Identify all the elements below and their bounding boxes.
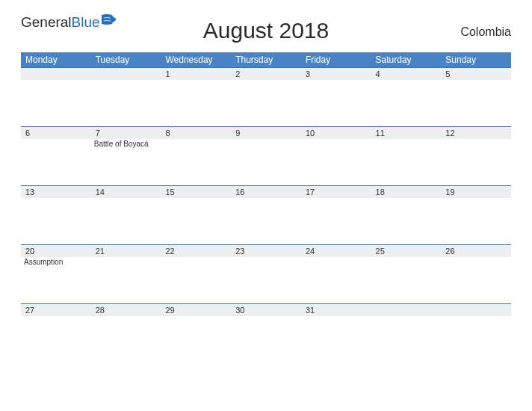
week-row: 12345 (21, 67, 511, 126)
day-cell (371, 139, 442, 185)
day-number: 14 (91, 186, 161, 198)
day-number: 19 (441, 186, 511, 198)
weekday-sat: Saturday (371, 52, 442, 67)
weekday-mon: Monday (21, 52, 91, 67)
day-number: 31 (301, 304, 371, 316)
day-cell (441, 257, 511, 303)
day-number (21, 68, 91, 80)
weekday-wed: Wednesday (161, 52, 231, 67)
day-number: 13 (21, 186, 91, 198)
day-number: 23 (231, 245, 301, 257)
week-content (21, 80, 511, 126)
week-content: Assumption (21, 257, 511, 303)
logo: GeneralBlue (21, 15, 118, 29)
day-number: 4 (371, 68, 442, 80)
day-number: 15 (161, 186, 231, 198)
weekday-tue: Tuesday (91, 52, 161, 67)
day-number: 5 (441, 68, 511, 80)
day-cell (371, 198, 442, 244)
day-number: 27 (21, 304, 91, 316)
week-content (21, 316, 511, 352)
day-number-strip: 13141516171819 (21, 186, 511, 198)
day-cell (21, 198, 91, 244)
day-cell (301, 80, 371, 126)
day-cell (301, 198, 371, 244)
day-cell (301, 139, 371, 185)
day-cell (231, 198, 301, 244)
day-number: 9 (231, 127, 301, 139)
day-cell (91, 257, 161, 303)
country-label: Colombia (460, 25, 511, 39)
day-number: 2 (231, 68, 301, 80)
day-number: 12 (441, 127, 511, 139)
day-cell (91, 316, 161, 352)
day-cell (371, 80, 442, 126)
day-number: 28 (91, 304, 161, 316)
day-number: 11 (371, 127, 442, 139)
logo-text-general: General (21, 15, 72, 29)
day-number-strip: 2728293031 (21, 304, 511, 316)
day-cell (441, 139, 511, 185)
day-cell (231, 139, 301, 185)
day-cell (161, 198, 231, 244)
day-number: 1 (161, 68, 231, 80)
day-number-strip: 12345 (21, 68, 511, 80)
day-cell (371, 316, 442, 352)
day-number: 22 (161, 245, 231, 257)
day-cell: Battle of Boyacá (91, 139, 161, 185)
page-title: August 2018 (203, 18, 329, 43)
day-cell (91, 198, 161, 244)
day-number: 16 (231, 186, 301, 198)
logo-text-blue: Blue (72, 15, 100, 29)
day-number (91, 68, 161, 80)
week-row: 13141516171819 (21, 185, 511, 244)
day-cell: Assumption (21, 257, 91, 303)
day-number: 30 (231, 304, 301, 316)
week-content: Battle of Boyacá (21, 139, 511, 185)
calendar: Monday Tuesday Wednesday Thursday Friday… (21, 52, 511, 352)
day-number: 8 (161, 127, 231, 139)
day-cell (231, 257, 301, 303)
weekday-fri: Friday (301, 52, 371, 67)
day-cell (91, 80, 161, 126)
day-cell (21, 139, 91, 185)
day-number: 25 (371, 245, 442, 257)
day-number: 3 (301, 68, 371, 80)
day-cell (441, 80, 511, 126)
day-cell (231, 316, 301, 352)
week-content (21, 198, 511, 244)
day-cell (441, 198, 511, 244)
day-number (441, 304, 511, 316)
day-cell (161, 316, 231, 352)
day-number-strip: 20212223242526 (21, 245, 511, 257)
day-cell (21, 80, 91, 126)
day-number: 6 (21, 127, 91, 139)
day-number: 26 (441, 245, 511, 257)
week-row: 20212223242526Assumption (21, 244, 511, 303)
day-cell (161, 139, 231, 185)
globe-icon (102, 13, 118, 29)
day-number (371, 304, 442, 316)
day-cell (231, 80, 301, 126)
weekday-thu: Thursday (231, 52, 301, 67)
day-number-strip: 6789101112 (21, 127, 511, 139)
day-number: 7 (91, 127, 161, 139)
week-row: 6789101112Battle of Boyacá (21, 126, 511, 185)
day-cell (371, 257, 442, 303)
day-cell (301, 316, 371, 352)
day-number: 17 (301, 186, 371, 198)
day-number: 21 (91, 245, 161, 257)
day-cell (161, 80, 231, 126)
day-cell (441, 316, 511, 352)
day-cell (301, 257, 371, 303)
day-cell (21, 316, 91, 352)
day-number: 18 (371, 186, 442, 198)
header: GeneralBlue August 2018 Colombia (21, 15, 511, 39)
day-cell (161, 257, 231, 303)
day-number: 29 (161, 304, 231, 316)
week-row: 2728293031 (21, 303, 511, 352)
day-number: 20 (21, 245, 91, 257)
weekday-sun: Sunday (441, 52, 511, 67)
day-number: 10 (301, 127, 371, 139)
day-number: 24 (301, 245, 371, 257)
